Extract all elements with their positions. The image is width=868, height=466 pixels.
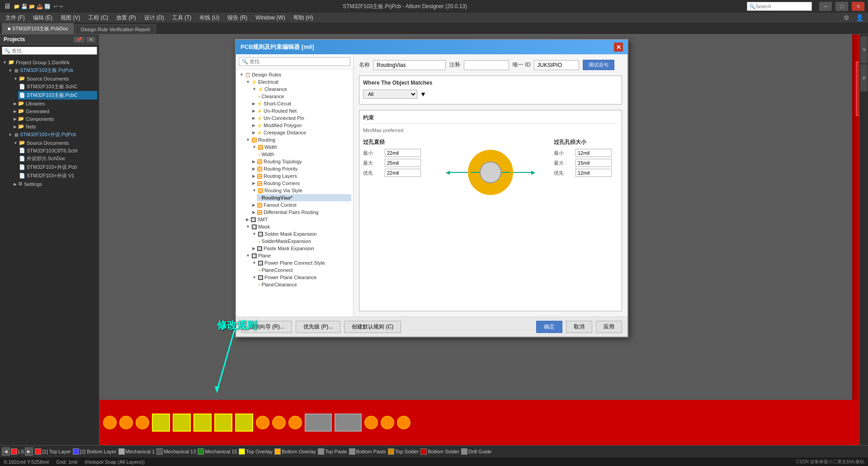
layer-mech1[interactable]: Mechanical 1 [118,448,155,455]
where-dropdown-icon[interactable]: ▼ [420,90,426,98]
tree-ext-src[interactable]: ▼📂Source Documents [13,139,97,147]
tree-width-item[interactable]: ▪ Width [257,151,351,158]
title-search-input[interactable] [755,4,810,9]
tree-plane-clearance[interactable]: ▼ 🔲 Power Plane Clearance [250,274,351,281]
tree-settings[interactable]: ▶⚙Settings [13,180,97,188]
tree-creepage[interactable]: ▶ ⚡ Creepage Distance [250,129,351,136]
cancel-button[interactable]: 取消 [566,321,592,333]
layer-mech15[interactable]: Mechanical 15 [198,448,237,455]
tree-libraries[interactable]: ▶📂Libraries [13,100,97,107]
hole-preferred-input[interactable] [576,169,612,177]
tree-source-docs[interactable]: ▼📂Source Documents [13,75,97,82]
tree-fanout[interactable]: ▶ 🔀 Fanout Control [250,201,351,209]
comment-input[interactable] [464,60,509,70]
tree-plane[interactable]: ▼ 🔲 Plane [244,252,351,259]
tree-components[interactable]: ▶📂Components [13,115,97,123]
tree-clearance-item[interactable]: ▪ Clearance [257,93,351,100]
menu-file[interactable]: 文件 (F) [2,13,28,23]
tree-clearance[interactable]: ▼ ⚡ Clearance [250,86,351,93]
menu-route[interactable]: 布线 (U) [196,13,223,23]
dialog-search-input[interactable] [239,57,350,66]
menu-design[interactable]: 设计 (D) [141,13,168,23]
hole-min-input[interactable] [576,149,612,157]
tree-paste-mask[interactable]: ▶ 🔲 Paste Mask Expansion [250,245,351,252]
layer-mech13[interactable]: Mechanical 13 [156,448,196,455]
tree-ext-sch1[interactable]: 📄STM32F103C8T6.SchI [18,147,97,154]
hole-max-input[interactable] [576,159,612,167]
menu-tools[interactable]: 工具 (T) [169,13,195,23]
create-default-button[interactable]: 创建默认规则 (C) [344,321,401,333]
where-select[interactable]: All [363,90,417,99]
account-icon[interactable]: 👤 [853,14,866,21]
via-max-input[interactable] [385,159,421,167]
tree-plane-connect[interactable]: ▼ 🔲 Power Plane Connect Style [250,259,351,266]
layer-top-solder[interactable]: Top Solder [388,448,419,455]
sidebar-properties-btn[interactable]: P [860,36,868,63]
title-search[interactable]: 🔍 [747,2,812,11]
menu-view[interactable]: 视图 (V) [57,13,84,23]
via-min-input[interactable] [385,149,421,157]
via-preferred-input[interactable] [385,169,421,177]
layer-drill-guide[interactable]: Drill Guide [461,448,491,455]
tree-un-routed[interactable]: ▶ ⚡ Un-Routed Net [250,107,351,114]
layer-bottom-paste[interactable]: Bottom Paste [349,448,386,455]
tree-modified-polygon[interactable]: ▶ ⚡ Modified Polygon [250,122,351,129]
tree-plane-clearance-item[interactable]: ▪ PlaneClearance [257,281,351,288]
minimize-button[interactable]: ─ [819,2,832,11]
tree-routing-via-style[interactable]: ▼ 🔀 Routing Via Style [250,187,351,194]
tree-ext-project[interactable]: ▼🖥STM32F103+外设.PrjPcb [7,130,97,139]
menu-window[interactable]: Window (W) [252,14,288,22]
layer-bottom[interactable]: [2] Bottom Layer [73,448,117,455]
tree-project-group[interactable]: ▼ 📁 Project Group 1.DsnWrk [2,58,97,66]
tree-routing[interactable]: ▼ 🔀 Routing [244,136,351,143]
tree-routing-corners[interactable]: ▶ 🔀 Routing Corners [250,180,351,187]
tree-short-circuit[interactable]: ▶ ⚡ Short-Circuit [250,100,351,107]
tree-smt[interactable]: ▶ 🔲 SMT [244,216,351,223]
sidebar-nav-btn[interactable]: N [860,64,868,91]
tree-routing-layers[interactable]: ▶ 🔀 Routing Layers [250,172,351,180]
tree-mask[interactable]: ▼ 🔲 Mask [244,223,351,230]
tab-drc[interactable]: Design Rule Verification Report [75,24,156,34]
tree-width[interactable]: ▼ 🔀 Width [250,143,351,151]
rule-name-input[interactable] [373,60,446,70]
left-panel-close[interactable]: ✕ [86,37,95,43]
menu-place[interactable]: 放置 (P) [113,13,139,23]
menu-project[interactable]: 工程 (C) [85,13,112,23]
menu-report[interactable]: 报告 (R) [224,13,251,23]
pcb-canvas[interactable]: 修改规则 PCB规则及约束编辑器 [mil] ✕ [99,34,868,445]
tree-plane-connect-item[interactable]: ▪ PlaneConnect [257,266,351,274]
layer-bottom-overlay[interactable]: Bottom Overlay [274,448,316,455]
layer-top[interactable]: [1] Top Layer [35,448,71,455]
tree-ext-sch2[interactable]: 📄外设部分.SchDoc [18,154,97,163]
left-panel-pin[interactable]: 📌 [74,37,85,43]
left-panel-search-input[interactable] [2,47,97,55]
layer-left-btn[interactable]: ◀ [2,447,10,456]
tree-electrical[interactable]: ▼ ⚡ Electrical [244,78,351,86]
ok-button[interactable]: 确定 [536,321,562,333]
tree-main-project[interactable]: ▼ 🖥 STM32F103主板.PrjPcb [7,66,97,75]
layer-bottom-solder[interactable]: Bottom Solder [420,448,459,455]
apply-button[interactable]: 应用 [596,321,622,333]
tree-solder-expansion[interactable]: ▪ SolderMaskExpansion [257,238,351,245]
tree-ext-v1[interactable]: 📄STM32F103+外设 V1 [18,171,97,180]
tree-diff-pairs[interactable]: ▶ 🔀 Differential Pairs Routing [250,209,351,216]
tree-ext-pcb[interactable]: 📄STM32F103+外设.Pcb [18,163,97,171]
close-button[interactable]: ✕ [852,2,864,11]
tree-routing-topology[interactable]: ▶ 🔀 Routing Topology [250,158,351,165]
tree-generated[interactable]: ▶📂Generated [13,107,97,115]
tree-routing-vias[interactable]: ▪ RoutingVias* [257,194,351,201]
tree-sch-file[interactable]: 📄STM32F103主板.SchC [18,82,97,91]
settings-icon[interactable]: ⚙ [841,14,852,21]
tree-pcb-file[interactable]: 📄STM32F103主板.PcbC [18,91,97,100]
unique-id-input[interactable] [534,60,579,70]
tree-solder-mask[interactable]: ▼ 🔲 Solder Mask Expansion [250,230,351,238]
priority-button[interactable]: 优先级 (P)... [296,321,340,333]
test-query-button[interactable]: 测试语句 [583,60,614,70]
tree-nets[interactable]: ▶📂Nets [13,123,97,130]
tree-design-rules[interactable]: ▼ 📋 Design Rules [238,71,351,78]
dialog-close-button[interactable]: ✕ [614,43,623,52]
menu-edit[interactable]: 编辑 (E) [29,13,56,23]
maximize-button[interactable]: □ [835,2,848,11]
layer-right-btn[interactable]: ▶ [25,447,33,456]
tree-routing-priority[interactable]: ▶ 🔀 Routing Priority [250,165,351,172]
